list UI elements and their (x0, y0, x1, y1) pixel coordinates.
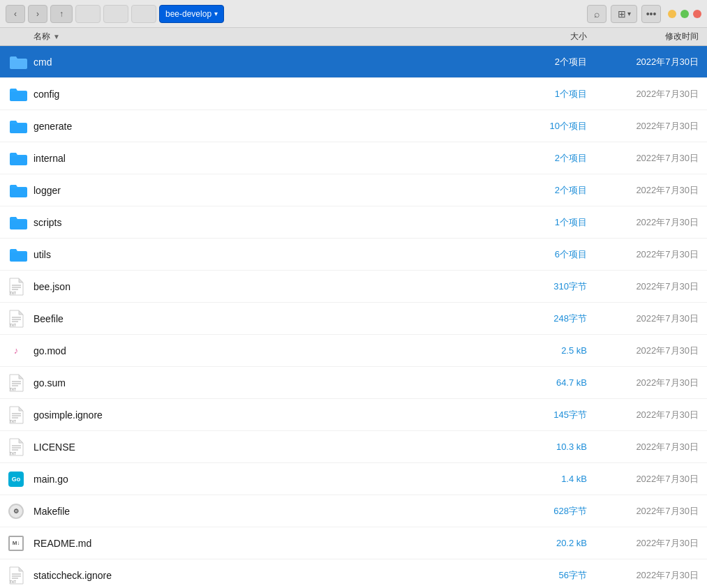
file-icon: TXT (8, 566, 34, 585)
file-icon: M↓ (8, 536, 34, 551)
make-file-icon: ⚙ (8, 504, 24, 519)
svg-text:TXT: TXT (10, 291, 16, 295)
file-icon: ⚙ (8, 504, 34, 519)
table-row[interactable]: scripts1个项目2022年7月30日 (0, 206, 707, 239)
table-row[interactable]: TXT staticcheck.ignore56字节2022年7月30日 (0, 559, 707, 588)
toolbar: ‹ › ↑ bee-develop ▾ ⌕ ⊞ ▾ ••• (0, 0, 707, 28)
sort-arrow-icon: ▼ (53, 33, 60, 40)
file-date-label: 2022年7月30日 (587, 56, 699, 68)
file-size-label: 1.4 kB (503, 474, 587, 484)
more-options-button[interactable]: ••• (641, 5, 661, 23)
file-name-label: logger (34, 185, 503, 196)
folder-icon (8, 247, 34, 262)
file-size-label: 56字节 (503, 569, 587, 582)
file-size-label: 1个项目 (503, 216, 587, 229)
file-size-label: 628字节 (503, 505, 587, 518)
breadcrumb-item-3[interactable] (131, 5, 156, 23)
file-icon: TXT (8, 406, 34, 424)
file-name-label: gosimple.ignore (34, 409, 503, 421)
view-grid-icon: ⊞ (618, 8, 626, 20)
nav-forward-button[interactable]: › (28, 5, 47, 23)
table-row[interactable]: M↓README.md20.2 kB2022年7月30日 (0, 527, 707, 559)
file-date-label: 2022年7月30日 (587, 377, 699, 389)
table-row[interactable]: TXT Beefile248字节2022年7月30日 (0, 303, 707, 335)
breadcrumb-chevron-icon: ▾ (214, 10, 218, 17)
maximize-button[interactable] (680, 10, 689, 18)
breadcrumb-item-1[interactable] (75, 5, 101, 23)
folder-icon (8, 119, 34, 134)
file-icon: TXT (8, 438, 34, 456)
table-row[interactable]: Gomain.go1.4 kB2022年7月30日 (0, 463, 707, 495)
minimize-button[interactable] (668, 10, 676, 18)
file-size-label: 10.3 kB (503, 442, 587, 452)
svg-text:TXT: TXT (10, 419, 16, 423)
table-row[interactable]: ⚙Makefile628字节2022年7月30日 (0, 495, 707, 527)
file-size-label: 2个项目 (503, 152, 587, 165)
file-date-label: 2022年7月30日 (587, 569, 699, 582)
file-date-label: 2022年7月30日 (587, 505, 699, 518)
file-size-label: 248字节 (503, 312, 587, 325)
table-row[interactable]: TXT gosimple.ignore145字节2022年7月30日 (0, 399, 707, 431)
col-size-header[interactable]: 大小 (503, 31, 587, 43)
table-row[interactable]: generate10个项目2022年7月30日 (0, 110, 707, 142)
table-row[interactable]: internal2个项目2022年7月30日 (0, 142, 707, 174)
file-size-label: 2个项目 (503, 56, 587, 68)
file-date-label: 2022年7月30日 (587, 88, 699, 100)
table-row[interactable]: utils6个项目2022年7月30日 (0, 239, 707, 271)
col-date-header[interactable]: 修改时间 (587, 31, 699, 43)
go-file-icon: Go (8, 472, 24, 487)
file-name-label: Beefile (34, 313, 503, 324)
svg-text:TXT: TXT (10, 323, 16, 327)
file-icon: TXT (8, 374, 34, 392)
file-name-label: utils (34, 249, 503, 260)
table-row[interactable]: TXT go.sum64.7 kB2022年7月30日 (0, 367, 707, 399)
file-size-label: 310字节 (503, 280, 587, 293)
file-name-label: go.mod (34, 345, 503, 356)
file-date-label: 2022年7月30日 (587, 248, 699, 261)
folder-icon (8, 86, 34, 102)
file-icon: TXT (8, 310, 34, 328)
file-list: cmd2个项目2022年7月30日 config1个项目2022年7月30日 g… (0, 46, 707, 588)
breadcrumb-item-2[interactable] (103, 5, 128, 23)
table-row[interactable]: cmd2个项目2022年7月30日 (0, 46, 707, 78)
music-file-icon: ♪ (8, 343, 24, 359)
breadcrumb-label: bee-develop (165, 9, 211, 19)
nav-up-button[interactable]: ↑ (50, 5, 73, 23)
folder-icon (8, 183, 34, 198)
svg-text:TXT: TXT (10, 451, 16, 455)
table-row[interactable]: TXT bee.json310字节2022年7月30日 (0, 271, 707, 303)
file-name-label: internal (34, 153, 503, 164)
file-name-label: config (34, 89, 503, 100)
table-row[interactable]: config1个项目2022年7月30日 (0, 78, 707, 110)
folder-icon (8, 54, 34, 70)
table-row[interactable]: ♪go.mod2.5 kB2022年7月30日 (0, 335, 707, 367)
table-row[interactable]: logger2个项目2022年7月30日 (0, 174, 707, 206)
file-name-label: LICENSE (34, 442, 503, 453)
file-name-label: bee.json (34, 281, 503, 292)
search-icon: ⌕ (594, 8, 600, 20)
file-date-label: 2022年7月30日 (587, 216, 699, 229)
file-size-label: 64.7 kB (503, 377, 587, 388)
file-size-label: 6个项目 (503, 248, 587, 261)
svg-text:TXT: TXT (10, 580, 16, 584)
nav-back-button[interactable]: ‹ (6, 5, 25, 23)
file-name-label: main.go (34, 474, 503, 485)
file-size-label: 2个项目 (503, 184, 587, 197)
toolbar-right: ⌕ ⊞ ▾ ••• (587, 5, 701, 23)
file-date-label: 2022年7月30日 (587, 537, 699, 550)
file-date-label: 2022年7月30日 (587, 152, 699, 165)
file-date-label: 2022年7月30日 (587, 409, 699, 421)
traffic-lights (668, 10, 701, 18)
search-button[interactable]: ⌕ (587, 5, 606, 23)
file-name-label: staticcheck.ignore (34, 570, 503, 581)
file-size-label: 2.5 kB (503, 345, 587, 356)
file-name-label: generate (34, 121, 503, 132)
breadcrumb-current[interactable]: bee-develop ▾ (159, 5, 224, 23)
table-row[interactable]: TXT LICENSE10.3 kB2022年7月30日 (0, 431, 707, 463)
file-icon: TXT (8, 278, 34, 296)
file-icon: Go (8, 472, 34, 487)
view-button[interactable]: ⊞ ▾ (611, 5, 637, 23)
col-name-header[interactable]: 名称 ▼ (34, 31, 503, 43)
file-date-label: 2022年7月30日 (587, 312, 699, 325)
close-button[interactable] (693, 10, 701, 18)
